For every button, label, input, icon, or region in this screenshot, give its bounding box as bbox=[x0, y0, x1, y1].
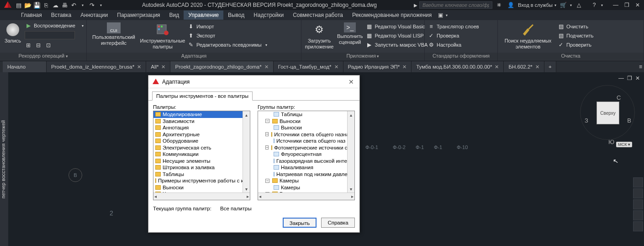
loadapp-button[interactable]: ⚙ Загрузить приложение bbox=[304, 21, 334, 51]
signin-label[interactable]: Вход в службы bbox=[518, 2, 553, 8]
viewport-close-icon[interactable]: ✕ bbox=[634, 75, 641, 81]
palette-item[interactable]: Электрическая сеть bbox=[153, 144, 243, 151]
compass-s[interactable]: Ю bbox=[608, 139, 614, 145]
close-button[interactable]: Закрыть bbox=[283, 218, 317, 228]
doc-tab-1[interactable]: All*✕ bbox=[146, 61, 170, 72]
layer-translate-button[interactable]: ≡Транслятор слоев bbox=[428, 22, 479, 31]
qat-undo-drop-icon[interactable]: ▾ bbox=[79, 1, 87, 9]
purge-button[interactable]: ▨Очистить bbox=[557, 22, 594, 31]
export-button[interactable]: ⬆Экспорт bbox=[187, 32, 267, 40]
expand-toggle[interactable]: − bbox=[265, 132, 269, 136]
compass-n[interactable]: С bbox=[617, 94, 621, 101]
navbar-orbit-icon[interactable] bbox=[633, 210, 643, 220]
play-button[interactable]: ▶ Воспроизведение ▾ bbox=[25, 21, 84, 30]
compass-w[interactable]: З bbox=[585, 117, 588, 124]
tab-view[interactable]: Вид bbox=[165, 11, 184, 20]
keyword-search-input[interactable] bbox=[419, 1, 492, 9]
tidy-button[interactable]: ▧Подчистить bbox=[557, 32, 594, 40]
tab-insert[interactable]: Вставка bbox=[47, 11, 76, 20]
config-button[interactable]: ⚙Настройка bbox=[428, 41, 479, 49]
tab-home[interactable]: Главная bbox=[16, 11, 47, 20]
vledit-button[interactable]: ▦Редактор Visual LISP bbox=[365, 32, 428, 40]
help-icon[interactable]: ? bbox=[589, 1, 599, 9]
navbar-pan-icon[interactable] bbox=[633, 188, 643, 198]
find-unpurgeable-button[interactable]: Поиск неудаляемых элементов bbox=[501, 21, 555, 51]
qat-undo-icon[interactable]: ↶ bbox=[69, 1, 78, 9]
viewcube[interactable]: Сверху С В Ю З bbox=[580, 85, 635, 149]
palette-item[interactable]: Выноски bbox=[153, 184, 243, 191]
panel-recorder-title[interactable]: Рекордер операций bbox=[0, 53, 86, 61]
check-button[interactable]: ✓Проверка bbox=[428, 32, 479, 40]
doc-tab-2[interactable]: Proekt_zagorodnogo_zhilogo_doma*✕ bbox=[170, 61, 273, 72]
doc-tab-3[interactable]: Гост-ца_Тамбур_мод*✕ bbox=[274, 61, 343, 72]
runmacro-button[interactable]: ▶Запустить макрос VBA bbox=[365, 41, 428, 49]
toolpalettes-button[interactable]: Инструментальные палитры bbox=[140, 21, 185, 51]
viewport-max-icon[interactable]: ❐ bbox=[626, 75, 633, 81]
tab-collab[interactable]: Совместная работа bbox=[288, 11, 348, 20]
close-icon[interactable]: ✕ bbox=[334, 64, 338, 70]
qat-save-icon[interactable]: 💾 bbox=[33, 1, 41, 9]
app-logo[interactable] bbox=[2, 0, 14, 10]
palette-item[interactable]: Несущие элементы bbox=[153, 158, 243, 165]
search-arrow-icon[interactable]: ▶ bbox=[414, 3, 417, 8]
group-node[interactable]: −Выноски bbox=[258, 118, 347, 125]
viewcube-face[interactable]: Сверху bbox=[596, 102, 619, 124]
window-restore-icon[interactable]: ❐ bbox=[622, 1, 631, 9]
navbar-wheel-icon[interactable] bbox=[633, 177, 643, 187]
tab-parametric[interactable]: Параметризация bbox=[112, 11, 164, 20]
expand-toggle[interactable]: − bbox=[265, 179, 269, 183]
wcs-badge[interactable]: МСК ▾ bbox=[616, 142, 632, 147]
exchange-icon[interactable]: 🛒 bbox=[558, 1, 568, 9]
palette-item[interactable]: Зависимости bbox=[153, 118, 243, 125]
palette-item[interactable]: Аннотация bbox=[153, 124, 243, 131]
navbar-zoom-icon[interactable] bbox=[633, 199, 643, 209]
close-icon[interactable]: ✕ bbox=[535, 64, 539, 70]
close-icon[interactable]: ✕ bbox=[161, 64, 165, 70]
tab-addins[interactable]: Надстройки bbox=[249, 11, 288, 20]
doc-tab-0[interactable]: Proekt_doma_iz_kleennogo_brusa*✕ bbox=[47, 61, 146, 72]
tab-annotate[interactable]: Аннотации bbox=[76, 11, 112, 20]
viewport-min-icon[interactable]: — bbox=[618, 75, 625, 81]
group-leaf[interactable]: Накаливания bbox=[258, 164, 347, 171]
expand-toggle[interactable]: − bbox=[265, 119, 269, 123]
edit-aliases-button[interactable]: ✎Редактировать псевдонимы▾ bbox=[187, 41, 267, 49]
group-leaf[interactable]: Флуоресцентная bbox=[258, 151, 347, 158]
vbedit-button[interactable]: ▦Редактор Visual Basic bbox=[365, 22, 428, 31]
scrollbar-horizontal[interactable]: ◂▸ bbox=[258, 193, 354, 200]
qat-redo-icon[interactable]: ↷ bbox=[88, 1, 96, 9]
navigation-bar[interactable] bbox=[633, 177, 643, 231]
close-icon[interactable]: ✕ bbox=[137, 64, 141, 70]
palette-item[interactable]: Таблицы bbox=[153, 171, 243, 178]
dialog-tab-palettes[interactable]: Палитры инструментов - все палитры bbox=[152, 91, 253, 101]
compass-e[interactable]: В bbox=[627, 117, 631, 124]
apps-drop-icon[interactable]: ▾ bbox=[446, 13, 448, 17]
tab-featured[interactable]: Рекомендованные приложения bbox=[348, 11, 436, 20]
qat-plot-icon[interactable]: 🖶 bbox=[60, 1, 69, 9]
groups-treeview[interactable]: Таблицы−ВыноскиВыноски−Источники света о… bbox=[258, 111, 355, 200]
rec-option1-icon[interactable]: ⊞ bbox=[25, 42, 32, 49]
palette-item[interactable]: Примеры инструментов работы с ко bbox=[153, 177, 243, 184]
group-node[interactable]: −Камеры bbox=[258, 177, 347, 184]
a360-icon[interactable]: △ bbox=[574, 1, 584, 9]
palettes-listbox[interactable]: МоделированиеЗависимостиАннотацияАрхитек… bbox=[153, 111, 250, 200]
scrollbar-horizontal[interactable]: ◂▸ bbox=[153, 193, 250, 200]
add-tab-button[interactable]: + bbox=[544, 61, 556, 72]
qat-saveas-icon[interactable]: ⎘ bbox=[42, 1, 50, 9]
palette-item[interactable]: Оборудование bbox=[153, 138, 243, 144]
qat-open-icon[interactable]: 📂 bbox=[24, 1, 32, 9]
palette-item[interactable]: Штриховка и заливка bbox=[153, 164, 243, 171]
panel-apps-title[interactable]: Приложения bbox=[301, 53, 424, 61]
window-close-icon[interactable]: ✕ bbox=[633, 1, 642, 9]
tab-output[interactable]: Вывод bbox=[223, 11, 249, 20]
palette-item[interactable]: Коммуникации bbox=[153, 151, 243, 158]
dialog-close-icon[interactable]: ✕ bbox=[347, 78, 356, 86]
navbar-showmotion-icon[interactable] bbox=[633, 221, 643, 231]
runscript-button[interactable]: >_ Выполнить сценарий bbox=[336, 21, 364, 46]
group-leaf[interactable]: Натриевая под низким давле bbox=[258, 171, 347, 178]
help-button[interactable]: Справка bbox=[321, 218, 355, 228]
group-leaf[interactable]: Выноски bbox=[258, 124, 347, 131]
cui-button[interactable]: CUI Пользовательский интерфейс bbox=[90, 21, 138, 47]
signin-icon[interactable]: 👤 bbox=[506, 1, 516, 9]
record-button[interactable]: Запись bbox=[3, 21, 23, 45]
qat-cloud-icon[interactable]: ☁ bbox=[51, 1, 59, 9]
